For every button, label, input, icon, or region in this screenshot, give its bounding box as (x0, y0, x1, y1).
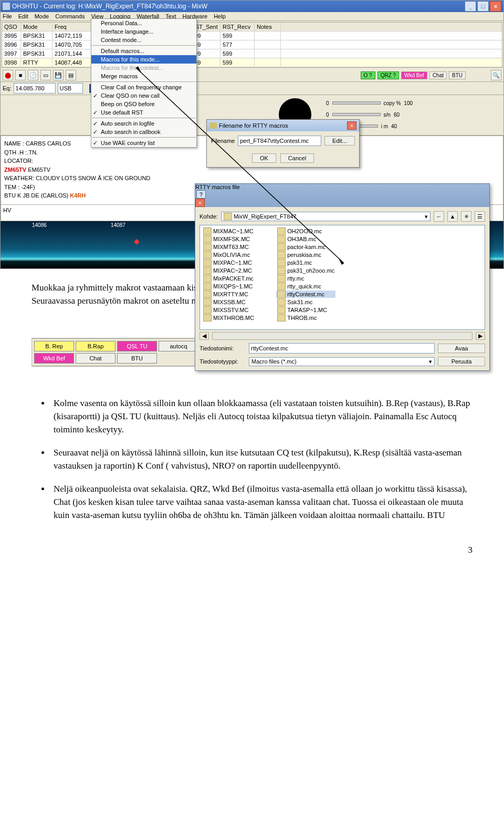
filetype-value[interactable]: Macro files (*.mc) (251, 358, 297, 365)
file-item[interactable]: MIXMAC~1.MC (202, 227, 255, 235)
file-item[interactable]: THROB.mc (276, 314, 335, 322)
close-button[interactable]: × (490, 1, 501, 12)
macro-button[interactable]: BTU (117, 353, 157, 364)
file-item[interactable]: MIXQPS~1.MC (202, 283, 255, 290)
btu-button[interactable]: BTU (449, 71, 466, 79)
filename-input[interactable] (238, 136, 321, 146)
file-icon[interactable]: ▭ (40, 70, 51, 80)
menu-item[interactable]: Merge macros (91, 72, 196, 80)
col-notes[interactable]: Notes (255, 23, 281, 31)
menu-item[interactable]: Interface language... (91, 27, 196, 36)
chat-button[interactable]: Chat (429, 71, 447, 79)
file-item[interactable]: MixPACKET.mc (202, 275, 255, 282)
menu-item[interactable]: Personal Data... (91, 19, 196, 27)
file-item[interactable]: MIXMT63.MC (202, 243, 255, 251)
scrollbar[interactable] (212, 332, 472, 340)
save-icon[interactable]: 💾 (53, 70, 64, 80)
table-row[interactable]: 3996BPSK3114070,70515.10ertSECUNDA559577 (2, 40, 502, 49)
col-qso[interactable]: QSO (2, 23, 21, 31)
search-icon[interactable]: 🔍 (491, 70, 501, 80)
file-item[interactable]: OH3AB.mc (276, 235, 335, 243)
menu-mode[interactable]: Mode (35, 13, 49, 19)
menu-commands[interactable]: Commands (55, 13, 85, 19)
file-item[interactable]: MIXMFSK.MC (202, 235, 255, 243)
menu-item[interactable]: ✓Auto search in logfile (91, 119, 196, 128)
minimize-button[interactable]: _ (465, 1, 476, 12)
file-item[interactable]: MixOLIVIA.mc (202, 251, 255, 258)
copy-slider[interactable] (332, 101, 381, 105)
freq-input[interactable] (14, 83, 56, 94)
file-item[interactable]: MIXSSTV.MC (202, 306, 255, 314)
menu-item[interactable]: Contest mode... (91, 36, 196, 44)
o-button[interactable]: O ? (361, 71, 375, 79)
file-item[interactable]: pactor-kam.mc (276, 243, 335, 251)
file-item[interactable]: Ssk31.mc (276, 298, 335, 306)
macro-button[interactable]: B.Rap (76, 341, 116, 351)
macro-button[interactable]: Chat (76, 353, 116, 364)
menu-item[interactable]: ✓Auto search in callbook (91, 128, 196, 136)
file-item[interactable]: MIXTHROB.MC (202, 314, 255, 322)
edit-button[interactable]: Edit... (324, 136, 355, 146)
menu-item[interactable]: ✓Use default RST (91, 108, 196, 117)
file-item[interactable]: rttyContest.mc (276, 291, 335, 298)
menu-item[interactable]: ✓Clear QSO on new call (91, 91, 196, 100)
filename-dialog-close[interactable]: × (347, 121, 356, 130)
file-item[interactable]: peruskisa.mc (276, 251, 335, 258)
file-item[interactable]: rtty_quick.mc (276, 283, 335, 290)
col-freq[interactable]: Freq (52, 23, 92, 31)
menu-help[interactable]: Help (214, 13, 226, 19)
col-mode[interactable]: Mode (21, 23, 52, 31)
file-item[interactable]: MIXRTTY.MC (202, 291, 255, 298)
cell (255, 32, 281, 40)
menu-item[interactable]: Macros for this mode... (91, 55, 196, 64)
file-item[interactable]: MIXPAC~2.MC (202, 267, 255, 274)
menu-item[interactable]: Beep on QSO before (91, 100, 196, 108)
back-icon[interactable]: ← (434, 211, 444, 222)
menu-edit[interactable]: Edit (18, 13, 28, 19)
file-cancel-button[interactable]: Peruuta (438, 357, 485, 366)
macro-button[interactable]: Wkd Bef (34, 353, 74, 364)
newfolder-icon[interactable]: ✳ (461, 211, 471, 222)
file-item[interactable]: psk31.mc (276, 259, 335, 266)
macro-button[interactable]: B. Rep (34, 341, 74, 351)
file-item[interactable]: OH2OOO.mc (276, 227, 335, 235)
filetype-arrow-icon[interactable]: ▾ (429, 358, 432, 365)
table-row[interactable]: 3995BPSK3114072,11915.10ennyYerevan59959… (2, 32, 502, 40)
macro-button[interactable]: autocq (159, 341, 198, 351)
menu-item[interactable]: ✓Use WAE country list (91, 139, 196, 147)
menu-item[interactable]: Default macros... (91, 47, 196, 55)
filename-field[interactable] (249, 343, 435, 354)
scroll-right-icon[interactable]: ▶ (476, 332, 485, 340)
col-rstr[interactable]: RST_Recv (220, 23, 255, 31)
table-row[interactable]: 3997BPSK3121071,14417.10eveSt Helier5995… (2, 49, 502, 58)
macro-button[interactable]: QSL TU (117, 341, 157, 351)
rec-icon[interactable]: ⬤ (3, 70, 13, 80)
file-item[interactable]: psk31_oh2ooo.mc (276, 267, 335, 274)
qrz-button[interactable]: QRZ ? (377, 71, 399, 79)
ok-button[interactable]: OK (252, 153, 276, 163)
maximize-button[interactable]: □ (477, 1, 489, 12)
table-row[interactable]: 3998RTTY14087,44830.01599599 (2, 58, 502, 67)
file-list[interactable]: MIXMAC~1.MCMIXMFSK.MCMIXMT63.MCMixOLIVIA… (200, 225, 485, 330)
menu-file[interactable]: File (3, 13, 12, 19)
scroll-left-icon[interactable]: ◀ (200, 332, 209, 340)
kohde-value[interactable]: MixW_RigExpert_FT847 (234, 213, 297, 220)
sn-slider[interactable] (332, 113, 381, 116)
print-icon[interactable]: ▤ (66, 70, 76, 80)
cancel-button[interactable]: Cancel (280, 153, 314, 163)
file-dialog-help[interactable]: ? (196, 190, 206, 199)
file-item[interactable]: TARASP~1.MC (276, 306, 335, 314)
file-item[interactable]: MIXSSB.MC (202, 298, 255, 306)
file-item[interactable]: MIXPAC~1.MC (202, 259, 255, 266)
clock-icon[interactable]: 🕒 (28, 70, 38, 80)
menu-item[interactable]: Clear Call on frequency change (91, 83, 196, 91)
stop-icon[interactable]: ■ (15, 70, 26, 80)
file-dialog-close[interactable]: × (195, 199, 205, 207)
view-icon[interactable]: ☰ (475, 211, 485, 222)
up-icon[interactable]: ▲ (447, 211, 458, 222)
wkdbef-button[interactable]: Wkd Bef (401, 71, 427, 79)
dropdown-arrow-icon[interactable]: ▾ (425, 213, 428, 220)
open-button[interactable]: Avaa (438, 344, 485, 353)
file-item[interactable]: rtty.mc (276, 275, 335, 282)
mode-input[interactable] (58, 83, 83, 94)
